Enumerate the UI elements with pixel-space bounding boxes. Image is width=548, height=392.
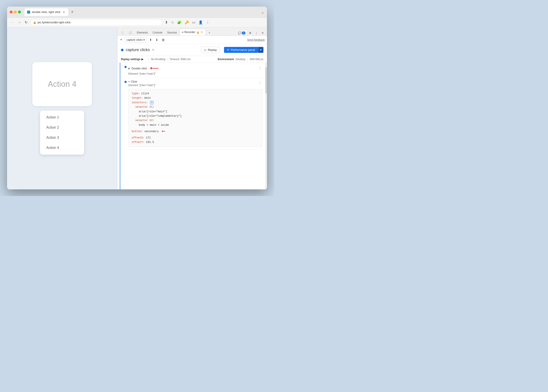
- tab-sources[interactable]: Sources: [165, 30, 179, 35]
- devtools-tab-icons: 💬 1 ⚙ ⋮ ✕: [237, 30, 265, 35]
- dropdown-item-3[interactable]: Action 3: [40, 133, 84, 143]
- recording-indicator: [182, 31, 183, 33]
- action-menu-1[interactable]: ⋮: [257, 65, 263, 71]
- code-key-target: target: [132, 97, 141, 99]
- page-area: Action 4 Action 1 Action 2 Action 3 Acti…: [7, 27, 117, 189]
- main-card[interactable]: Action 4: [32, 62, 92, 106]
- throttling-label: No throttling: [151, 58, 165, 61]
- settings-separator: |: [167, 58, 168, 61]
- share-icon[interactable]: ⬆: [164, 19, 169, 25]
- replay-settings-title[interactable]: Replay settings ▶: [121, 58, 143, 61]
- sidebar-toggle-icon[interactable]: ▭: [191, 19, 196, 25]
- browser-window: double click, right click ✕ + ⌄ ← → ↻ 🔒 …: [7, 7, 267, 189]
- red-arrow-1: ⟵: [150, 64, 159, 72]
- window-controls-right: ⌄: [261, 10, 264, 14]
- action-header-click[interactable]: ▾ Click Element "[role="main"]" ⋮: [123, 78, 265, 89]
- replay-settings-label: Replay settings: [121, 58, 141, 61]
- maximize-traffic-light[interactable]: [18, 11, 21, 14]
- forward-button[interactable]: →: [17, 20, 22, 25]
- nav-icons-right: ⬆ ☆ 🧩 🔑 ▭ 👤 ⋮: [164, 19, 210, 25]
- import-button[interactable]: ⬇: [155, 37, 159, 42]
- page-content: Action 4 Action 1 Action 2 Action 3 Acti…: [32, 62, 92, 154]
- console-badge-button[interactable]: 💬 1: [237, 31, 247, 35]
- dt-icon-inspect[interactable]: ⬚: [119, 30, 126, 35]
- timeline-dot-1: [124, 66, 127, 68]
- dt-icon-device[interactable]: ⬜: [126, 30, 134, 35]
- more-icon[interactable]: ⋮: [205, 19, 210, 25]
- desktop-label: Desktop: [236, 58, 245, 61]
- tab-recorder[interactable]: Recorder 🔔 ✕: [180, 29, 206, 35]
- action-type-label-1: Double click: [132, 67, 147, 70]
- delete-button[interactable]: 🗑: [161, 37, 166, 42]
- bookmark-icon[interactable]: ☆: [170, 19, 175, 25]
- action-header-double-click[interactable]: ▶ Double click ⟵ Element "[role="main"]"…: [123, 63, 265, 77]
- code-block: type: click target: main selectors: R se…: [128, 89, 263, 147]
- action-menu-2[interactable]: ⋮: [257, 80, 263, 86]
- devtools-close-button[interactable]: ✕: [260, 30, 265, 35]
- expand-arrow-2: ▾: [128, 80, 129, 83]
- scrollbar-thumb[interactable]: [265, 67, 267, 94]
- active-tab[interactable]: double click, right click ✕: [24, 8, 68, 16]
- timeline-line: [120, 63, 120, 189]
- minimize-traffic-light[interactable]: [14, 11, 17, 14]
- devtools-toolbar: + capture clicks ▾ ⬆ ⬇ 🗑 Send feedback: [117, 36, 267, 44]
- replay-label: Replay: [208, 48, 217, 51]
- send-feedback-link[interactable]: Send feedback: [247, 38, 265, 42]
- recording-dropdown[interactable]: capture clicks ▾: [125, 37, 147, 42]
- recording-status-dot: [121, 49, 124, 51]
- action-type-1: ▶ Double click ⟵: [128, 65, 257, 72]
- timeline: [117, 63, 123, 189]
- tab-more[interactable]: »: [206, 30, 212, 35]
- console-badge: 1: [242, 31, 245, 35]
- recorder-notice-icon: 🔔: [197, 31, 199, 34]
- action-type-2: ▾ Click: [128, 80, 257, 83]
- extensions-icon[interactable]: 🧩: [176, 19, 182, 25]
- tab-console[interactable]: Console: [150, 30, 165, 35]
- close-traffic-light[interactable]: [10, 11, 13, 14]
- code-key-selectors: selectors: [132, 101, 146, 104]
- action-info-2: ▾ Click Element "[role="main"]": [128, 80, 257, 87]
- dropdown-item-1[interactable]: Action 1: [40, 112, 84, 122]
- performance-panel-button[interactable]: ⟳ Performance panel: [224, 47, 258, 53]
- devtools-more-button[interactable]: ⋮: [254, 30, 259, 35]
- tab-title: double click, right click: [32, 10, 60, 14]
- tab-elements[interactable]: Elements: [134, 30, 150, 35]
- action-type-label-2: Click: [131, 80, 137, 83]
- env-separator: |: [247, 58, 248, 61]
- add-recording-button[interactable]: +: [119, 37, 123, 42]
- performance-panel-dropdown-button[interactable]: ▾: [258, 47, 263, 53]
- environment-details: Desktop | 458×566 px: [236, 58, 263, 61]
- key-icon[interactable]: 🔑: [184, 19, 190, 25]
- main-card-text: Action 4: [48, 79, 77, 89]
- address-bar[interactable]: 🔒 jec.fyi/demo/dbl-right-click: [30, 19, 162, 26]
- replay-button[interactable]: ▷ Replay: [201, 47, 220, 53]
- red-arrow-2: ⟵: [162, 129, 165, 134]
- dropdown-item-4[interactable]: Action 4: [40, 143, 84, 153]
- refresh-button[interactable]: ↻: [24, 19, 28, 25]
- settings-button[interactable]: ⚙: [248, 30, 253, 35]
- lock-icon: 🔒: [33, 21, 36, 24]
- action-info-1: ▶ Double click ⟵ Element "[role="main"]": [128, 65, 257, 75]
- dropdown-card: Action 1 Action 2 Action 3 Action 4: [40, 111, 84, 154]
- export-button[interactable]: ⬆: [148, 37, 153, 42]
- nav-bar: ← → ↻ 🔒 jec.fyi/demo/dbl-right-click ⬆ ☆…: [7, 18, 267, 27]
- play-icon: ▷: [204, 48, 207, 51]
- action-element-2: Element "[role="main"]": [128, 84, 257, 87]
- devtools-panel: ⬚ ⬜ Elements Console Sources Recorder 🔔 …: [117, 27, 267, 189]
- back-button[interactable]: ←: [10, 20, 15, 25]
- recorder-close-button[interactable]: ✕: [200, 30, 204, 34]
- selector-icon[interactable]: R: [150, 101, 154, 104]
- profile-icon[interactable]: 👤: [197, 19, 204, 25]
- new-tab-button[interactable]: +: [69, 9, 75, 15]
- perf-icon: ⟳: [227, 48, 230, 51]
- resolution-label: 458×566 px: [250, 58, 263, 61]
- scrollbar[interactable]: [265, 63, 267, 189]
- tab-close-button[interactable]: ✕: [62, 10, 66, 14]
- performance-panel-group: ⟳ Performance panel ▾: [224, 47, 263, 53]
- perf-panel-label: Performance panel: [231, 48, 255, 51]
- timeline-dot-2: [124, 81, 127, 83]
- edit-title-icon[interactable]: ✎: [152, 48, 155, 52]
- code-val-sel2: body > main > aside: [139, 124, 169, 127]
- dropdown-item-2[interactable]: Action 2: [40, 122, 84, 133]
- recorder-header: capture clicks ✎ ▷ Replay ⟳ Performance …: [117, 44, 267, 56]
